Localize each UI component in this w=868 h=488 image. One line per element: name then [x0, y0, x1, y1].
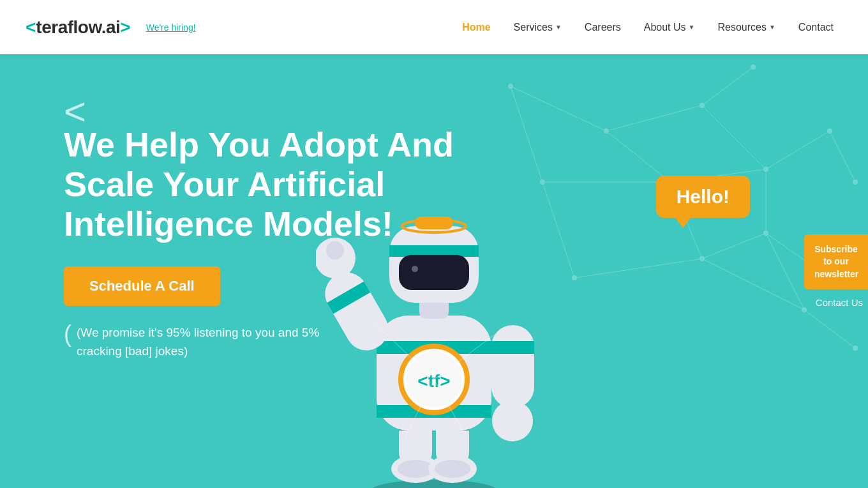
svg-point-34 [370, 480, 498, 488]
nav-contact[interactable]: Contact [789, 17, 842, 38]
logo[interactable]: < teraflow.ai > [26, 17, 131, 38]
svg-rect-54 [491, 341, 534, 354]
subscribe-button[interactable]: Subscribe to our newsletter [804, 234, 868, 290]
navbar-left: < teraflow.ai > We're hiring! [26, 17, 196, 38]
svg-point-63 [412, 266, 418, 272]
robot-svg: <tf> [316, 143, 552, 488]
navbar-nav: Home Services ▼ Careers About Us ▼ Resou… [453, 17, 842, 38]
hero-bracket-small: ( [64, 323, 71, 346]
robot-illustration: <tf> [316, 143, 552, 488]
nav-resources[interactable]: Resources ▼ [708, 17, 784, 38]
nav-home[interactable]: Home [453, 17, 499, 38]
svg-text:<tf>: <tf> [417, 371, 450, 391]
logo-text: teraflow.ai [36, 17, 120, 38]
subscribe-sidebar: Subscribe to our newsletter Contact Us [804, 234, 868, 309]
hero-subtext: (We promise it's 95% listening to you an… [77, 324, 357, 360]
logo-bracket-right: > [120, 17, 130, 38]
svg-point-38 [398, 460, 433, 478]
nav-services[interactable]: Services ▼ [505, 17, 571, 38]
nav-careers[interactable]: Careers [576, 17, 630, 38]
svg-point-52 [326, 241, 344, 259]
chevron-down-icon: ▼ [689, 24, 695, 31]
hiring-link[interactable]: We're hiring! [146, 22, 196, 33]
schedule-call-button[interactable]: Schedule A Call [64, 266, 220, 306]
logo-bracket-left: < [26, 17, 36, 38]
hero-section: < We Help You Adopt And Scale Your Artif… [0, 54, 868, 488]
svg-rect-53 [491, 325, 534, 408]
svg-point-61 [408, 262, 428, 282]
svg-point-55 [492, 400, 533, 441]
nav-about-us[interactable]: About Us ▼ [635, 17, 704, 38]
navbar: < teraflow.ai > We're hiring! Home Servi… [0, 0, 868, 54]
chevron-down-icon: ▼ [555, 24, 562, 31]
contact-us-link[interactable]: Contact Us [816, 297, 863, 308]
chevron-down-icon: ▼ [769, 24, 775, 31]
svg-point-62 [440, 262, 460, 282]
svg-point-42 [435, 460, 470, 478]
hello-bubble: Hello! [656, 176, 750, 218]
